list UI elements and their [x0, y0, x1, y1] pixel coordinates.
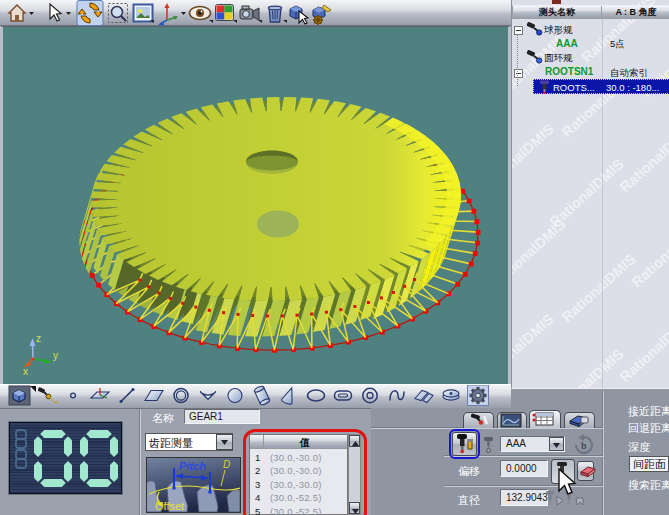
svg-text:D: D — [223, 459, 230, 470]
svg-text:z: z — [36, 333, 41, 344]
svg-text:Pitch: Pitch — [179, 460, 206, 472]
svg-text:Offset: Offset — [155, 500, 184, 512]
svg-text:b: b — [581, 441, 587, 451]
svg-text:x: x — [23, 366, 28, 377]
svg-text:y: y — [53, 350, 58, 361]
